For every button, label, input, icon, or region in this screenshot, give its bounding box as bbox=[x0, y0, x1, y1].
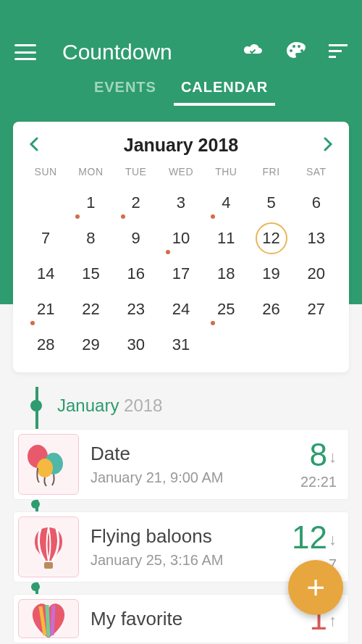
svg-point-2 bbox=[298, 45, 300, 48]
calendar-day[interactable]: 2 bbox=[114, 185, 159, 220]
heart-icon bbox=[18, 599, 79, 638]
calendar-day[interactable]: 5 bbox=[248, 185, 293, 220]
event-dot bbox=[75, 214, 80, 219]
event-card[interactable]: DateJanuary 21, 9:00 AM8↓22:21 bbox=[13, 429, 349, 500]
menu-icon[interactable] bbox=[14, 44, 36, 60]
tab-events[interactable]: EVENTS bbox=[94, 79, 156, 106]
hotair-icon bbox=[18, 517, 79, 577]
calendar-card: January 2018 SUNMONTUEWEDTHUFRISAT 12345… bbox=[13, 122, 349, 372]
calendar-day[interactable]: 27 bbox=[294, 291, 339, 327]
event-title: My favorite bbox=[90, 608, 307, 630]
balloons-icon bbox=[18, 434, 79, 495]
calendar-day[interactable]: 25 bbox=[203, 291, 248, 327]
calendar-day[interactable]: 15 bbox=[68, 256, 113, 291]
calendar-day[interactable]: 14 bbox=[23, 256, 68, 291]
calendar-day[interactable]: 12 bbox=[248, 220, 293, 256]
calendar-day[interactable]: 23 bbox=[114, 291, 159, 327]
event-dot bbox=[121, 214, 125, 219]
countdown-number: 8↓ bbox=[300, 439, 337, 471]
dow-label: WED bbox=[159, 166, 203, 185]
calendar-day[interactable]: 20 bbox=[294, 256, 339, 291]
svg-rect-6 bbox=[329, 56, 336, 58]
calendar-day[interactable]: 9 bbox=[114, 220, 159, 256]
event-dot bbox=[166, 250, 170, 254]
svg-point-1 bbox=[292, 45, 295, 48]
svg-rect-4 bbox=[329, 44, 348, 46]
dow-label: FRI bbox=[248, 166, 293, 185]
empty-day bbox=[294, 327, 339, 362]
add-button[interactable]: + bbox=[288, 560, 343, 615]
empty-day bbox=[248, 327, 293, 362]
calendar-day[interactable]: 31 bbox=[159, 327, 203, 362]
page-title: Countdown bbox=[62, 40, 242, 64]
dow-label: THU bbox=[203, 166, 248, 185]
calendar-day[interactable]: 10 bbox=[159, 220, 203, 256]
svg-point-3 bbox=[300, 49, 303, 52]
calendar-day[interactable]: 22 bbox=[68, 291, 113, 327]
calendar-day[interactable]: 21 bbox=[23, 291, 68, 327]
month-title: January 2018 bbox=[124, 135, 238, 156]
calendar-day[interactable]: 8 bbox=[68, 220, 113, 256]
svg-point-9 bbox=[37, 459, 53, 477]
event-datetime: January 21, 9:00 AM bbox=[90, 469, 298, 486]
calendar-day[interactable]: 26 bbox=[248, 291, 293, 327]
event-title: Flying baloons bbox=[90, 525, 289, 548]
svg-point-0 bbox=[290, 49, 292, 52]
dow-label: MON bbox=[68, 166, 113, 185]
tab-calendar[interactable]: CALENDAR bbox=[181, 79, 268, 106]
calendar-day[interactable]: 24 bbox=[159, 291, 203, 327]
dow-label: SAT bbox=[294, 166, 339, 185]
calendar-day[interactable]: 6 bbox=[294, 185, 339, 220]
events-month: January bbox=[57, 396, 119, 415]
dow-label: SUN bbox=[23, 166, 68, 185]
prev-month-icon[interactable] bbox=[29, 135, 39, 156]
empty-day bbox=[23, 185, 68, 220]
plus-icon: + bbox=[306, 569, 325, 606]
event-datetime: January 25, 3:16 AM bbox=[90, 552, 289, 569]
svg-rect-5 bbox=[329, 50, 342, 52]
calendar-day[interactable]: 18 bbox=[203, 256, 248, 291]
calendar-day[interactable]: 29 bbox=[68, 327, 113, 362]
countdown-number: 12↓ bbox=[292, 522, 337, 553]
sort-icon[interactable] bbox=[329, 43, 348, 62]
cloud-check-icon[interactable] bbox=[242, 42, 264, 62]
calendar-day[interactable]: 13 bbox=[294, 220, 339, 256]
calendar-day[interactable]: 19 bbox=[248, 256, 293, 291]
calendar-day[interactable]: 11 bbox=[203, 220, 248, 256]
svg-rect-10 bbox=[44, 562, 53, 569]
calendar-day[interactable]: 17 bbox=[159, 256, 203, 291]
calendar-day[interactable]: 28 bbox=[23, 327, 68, 362]
event-dot bbox=[30, 321, 35, 325]
next-month-icon[interactable] bbox=[323, 135, 333, 156]
calendar-day[interactable]: 30 bbox=[114, 327, 159, 362]
calendar-day[interactable]: 4 bbox=[203, 185, 248, 220]
event-dot bbox=[211, 214, 215, 219]
events-month-header: January 2018 bbox=[13, 387, 349, 429]
palette-icon[interactable] bbox=[285, 41, 307, 64]
calendar-day[interactable]: 7 bbox=[23, 220, 68, 256]
events-year: 2018 bbox=[124, 396, 162, 415]
calendar-day[interactable]: 16 bbox=[114, 256, 159, 291]
calendar-day[interactable]: 1 bbox=[68, 185, 113, 220]
event-dot bbox=[211, 321, 215, 325]
countdown-sub: 22:21 bbox=[300, 474, 337, 490]
event-title: Date bbox=[90, 443, 298, 465]
dow-label: TUE bbox=[114, 166, 159, 185]
empty-day bbox=[203, 327, 248, 362]
calendar-day[interactable]: 3 bbox=[159, 185, 203, 220]
